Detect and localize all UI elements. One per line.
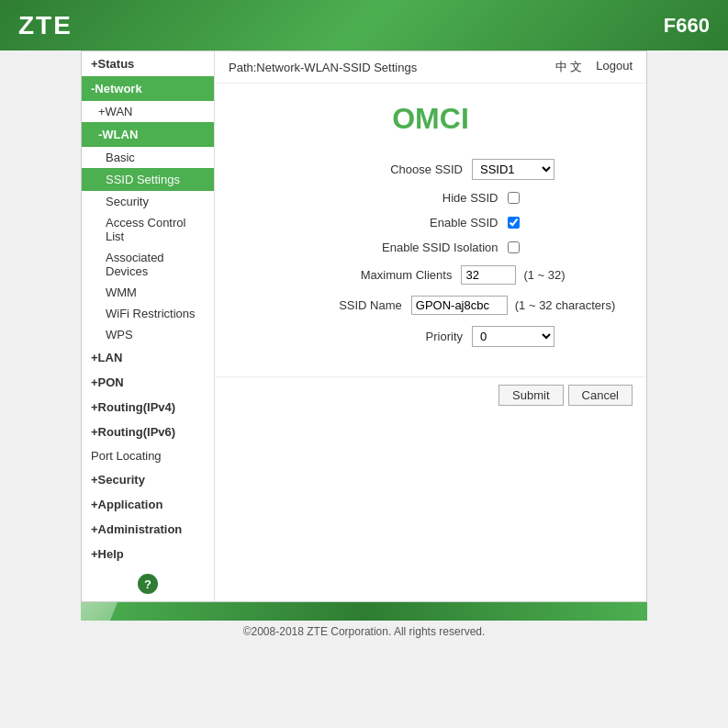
choose-ssid-select[interactable]: SSID1 SSID2 SSID3 SSID4 — [472, 159, 554, 180]
path-bar-right: 中 文 Logout — [555, 59, 633, 75]
sidebar-item-access-control[interactable]: Access Control List — [82, 212, 214, 247]
sidebar-item-lan[interactable]: +LAN — [82, 345, 214, 370]
form-area: OMCI Choose SSID SSID1 SSID2 SSID3 SSID4… — [215, 84, 646, 376]
logout-link[interactable]: Logout — [596, 59, 633, 75]
ssid-name-row: SSID Name (1 ~ 32 characters) — [242, 296, 619, 315]
lang-link[interactable]: 中 文 — [555, 59, 583, 75]
hide-ssid-checkbox[interactable] — [508, 192, 520, 204]
sidebar-item-basic[interactable]: Basic — [82, 147, 214, 168]
ssid-name-input[interactable] — [411, 296, 508, 315]
sidebar-item-ssid-settings[interactable]: SSID Settings — [82, 168, 214, 191]
sidebar-item-security-section[interactable]: +Security — [82, 467, 214, 492]
footer-accent — [81, 602, 118, 621]
sidebar-item-application[interactable]: +Application — [82, 492, 214, 517]
enable-ssid-control — [508, 217, 520, 229]
model: F660 — [664, 14, 710, 38]
sidebar-item-routing-ipv6[interactable]: +Routing(IPv6) — [82, 420, 214, 444]
maximum-clients-label: Maximum Clients — [296, 268, 461, 282]
maximum-clients-row: Maximum Clients (1 ~ 32) — [242, 265, 619, 285]
main-container: +Status -Network +WAN -WLAN Basic SSID S… — [81, 50, 647, 602]
enable-ssid-row: Enable SSID — [242, 216, 619, 230]
choose-ssid-label: Choose SSID — [307, 162, 472, 176]
sidebar-item-wlan[interactable]: -WLAN — [82, 122, 214, 147]
sidebar-item-security[interactable]: Security — [82, 191, 214, 212]
hide-ssid-row: Hide SSID — [242, 191, 619, 205]
priority-row: Priority 0 1 2 3 4 5 6 7 — [242, 326, 619, 347]
cancel-button[interactable]: Cancel — [568, 385, 633, 406]
ssid-name-label: SSID Name — [246, 298, 411, 312]
sidebar-item-wps[interactable]: WPS — [82, 324, 214, 345]
sidebar-item-pon[interactable]: +PON — [82, 370, 214, 395]
sidebar-item-routing-ipv4[interactable]: +Routing(IPv4) — [82, 395, 214, 420]
sidebar-item-network[interactable]: -Network — [82, 76, 214, 101]
path-bar: Path:Network-WLAN-SSID Settings 中 文 Logo… — [215, 51, 646, 84]
help-icon[interactable]: ? — [138, 574, 158, 594]
sidebar-item-wmm[interactable]: WMM — [82, 282, 214, 303]
maximum-clients-hint: (1 ~ 32) — [523, 268, 565, 282]
logo: ZTE — [18, 11, 73, 40]
footer-bar — [81, 602, 647, 621]
content: Path:Network-WLAN-SSID Settings 中 文 Logo… — [215, 51, 646, 601]
breadcrumb: Path:Network-WLAN-SSID Settings — [229, 61, 417, 74]
bottom-bar: Submit Cancel — [215, 376, 646, 413]
page-title: OMCI — [242, 102, 619, 136]
priority-control: 0 1 2 3 4 5 6 7 — [472, 326, 554, 347]
enable-ssid-isolation-label: Enable SSID Isolation — [342, 241, 508, 254]
hide-ssid-control — [508, 192, 520, 204]
enable-ssid-checkbox[interactable] — [508, 217, 520, 229]
ssid-name-control: (1 ~ 32 characters) — [411, 296, 615, 315]
sidebar-item-status[interactable]: +Status — [82, 51, 214, 76]
sidebar: +Status -Network +WAN -WLAN Basic SSID S… — [82, 51, 215, 601]
footer-text: ©2008-2018 ZTE Corporation. All rights r… — [81, 621, 647, 643]
sidebar-item-wifi-restrictions[interactable]: WiFi Restrictions — [82, 303, 214, 324]
sidebar-item-administration[interactable]: +Administration — [82, 517, 214, 542]
submit-button[interactable]: Submit — [498, 385, 563, 406]
header: ZTE F660 — [0, 0, 728, 50]
priority-select[interactable]: 0 1 2 3 4 5 6 7 — [472, 326, 554, 347]
sidebar-item-associated-devices[interactable]: Associated Devices — [82, 247, 214, 282]
enable-ssid-label: Enable SSID — [342, 216, 508, 230]
choose-ssid-control: SSID1 SSID2 SSID3 SSID4 — [472, 159, 554, 180]
hide-ssid-label: Hide SSID — [342, 191, 508, 205]
ssid-name-hint: (1 ~ 32 characters) — [515, 298, 615, 312]
choose-ssid-row: Choose SSID SSID1 SSID2 SSID3 SSID4 — [242, 159, 619, 180]
enable-ssid-isolation-row: Enable SSID Isolation — [242, 241, 619, 254]
sidebar-item-help[interactable]: +Help — [82, 542, 214, 566]
enable-ssid-isolation-control — [508, 241, 520, 253]
enable-ssid-isolation-checkbox[interactable] — [508, 241, 520, 253]
maximum-clients-control: (1 ~ 32) — [461, 265, 565, 285]
maximum-clients-input[interactable] — [461, 265, 516, 285]
sidebar-item-port-locating[interactable]: Port Locating — [82, 444, 214, 467]
sidebar-item-wan[interactable]: +WAN — [82, 101, 214, 122]
priority-label: Priority — [307, 330, 472, 343]
